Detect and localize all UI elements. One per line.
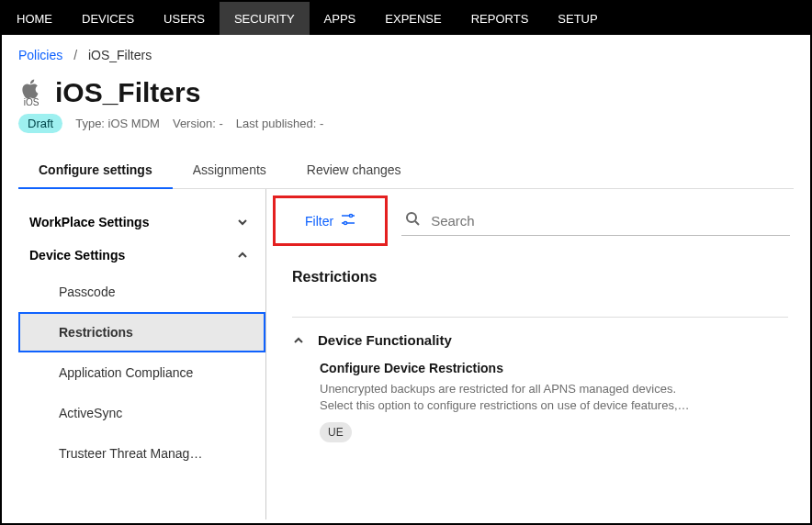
sidebar-group-workplace-settings[interactable]: WorkPlace Settings (18, 206, 265, 239)
nav-apps[interactable]: APPS (310, 2, 371, 35)
os-label: iOS (18, 97, 44, 107)
sidebar-item-application-compliance[interactable]: Application Compliance (18, 352, 265, 393)
tab-review-changes[interactable]: Review changes (287, 153, 422, 188)
svg-point-1 (350, 214, 353, 217)
policy-last-published: Last published: - (236, 117, 323, 130)
top-nav: HOME DEVICES USERS SECURITY APPS EXPENSE… (2, 2, 810, 35)
nav-reports[interactable]: REPORTS (457, 2, 544, 35)
filter-label: Filter (305, 214, 333, 229)
nav-setup[interactable]: SETUP (543, 2, 612, 35)
filter-icon (341, 213, 355, 229)
breadcrumb-sep: / (73, 48, 77, 62)
chevron-up-icon (292, 334, 305, 347)
nav-expense[interactable]: EXPENSE (370, 2, 456, 35)
tabs: Configure settings Assignments Review ch… (18, 153, 794, 189)
svg-line-5 (415, 221, 419, 225)
accordion-title: Device Functionality (318, 332, 452, 348)
main-panel: Filter (266, 189, 794, 519)
sidebar-group-label: WorkPlace Settings (29, 215, 149, 229)
sidebar-group-device-settings[interactable]: Device Settings (18, 239, 265, 272)
status-badge: Draft (18, 114, 62, 133)
nav-devices[interactable]: DEVICES (67, 2, 149, 35)
tab-configure-settings[interactable]: Configure settings (18, 153, 173, 188)
chevron-down-icon (236, 216, 249, 229)
svg-point-4 (407, 213, 416, 222)
nav-home[interactable]: HOME (2, 2, 67, 35)
page-title: iOS_Filters (55, 77, 200, 108)
search-icon (405, 211, 420, 229)
nav-security[interactable]: SECURITY (220, 2, 310, 35)
sidebar-item-trusteer-threat[interactable]: Trusteer Threat Manag… (18, 433, 265, 474)
tab-assignments[interactable]: Assignments (173, 153, 287, 188)
sidebar-item-passcode[interactable]: Passcode (18, 272, 265, 312)
section-title-restrictions: Restrictions (292, 269, 788, 285)
chevron-up-icon (236, 249, 249, 262)
sidebar-group-label: Device Settings (29, 248, 125, 262)
accordion-subtitle: Configure Device Restrictions (320, 361, 788, 375)
filter-button[interactable]: Filter (281, 204, 379, 238)
sidebar-item-restrictions[interactable]: Restrictions (18, 312, 265, 352)
search-input[interactable] (431, 213, 786, 229)
policy-version: Version: - (173, 117, 223, 130)
nav-users[interactable]: USERS (149, 2, 220, 35)
chip-ue: UE (320, 422, 352, 442)
policy-type: Type: iOS MDM (75, 117, 160, 130)
search-field[interactable] (401, 206, 790, 236)
breadcrumb-parent[interactable]: Policies (18, 48, 62, 62)
sidebar: WorkPlace Settings Device Settings Passc… (18, 189, 266, 519)
accordion-description: Unencrypted backups are restricted for a… (320, 381, 788, 413)
breadcrumb-current: iOS_Filters (88, 48, 152, 62)
accordion-header-device-functionality[interactable]: Device Functionality (292, 332, 788, 348)
apple-ios-icon: iOS (18, 79, 44, 107)
sidebar-item-activesync[interactable]: ActiveSync (18, 393, 265, 433)
breadcrumb: Policies / iOS_Filters (18, 48, 794, 62)
svg-point-3 (344, 221, 347, 224)
